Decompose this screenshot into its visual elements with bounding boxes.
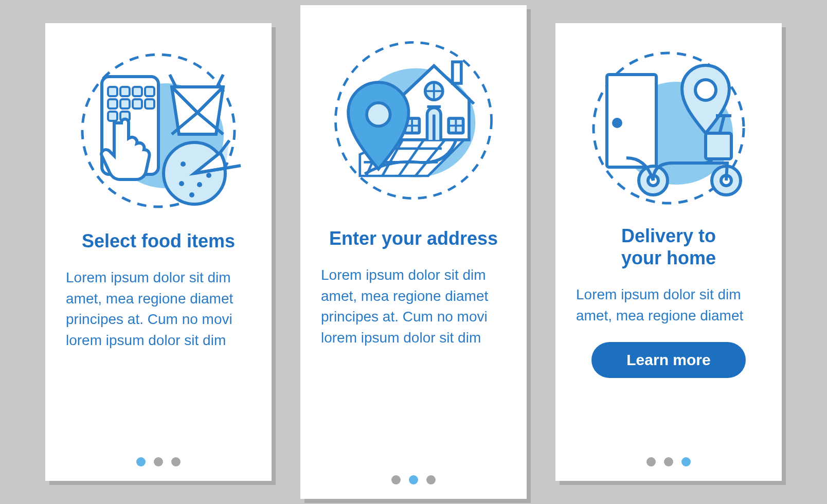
svg-rect-4 [120, 87, 130, 96]
takeout-box-icon [170, 75, 223, 134]
card-description: Lorem ipsum dolor sit dim amet, mea regi… [66, 267, 251, 351]
onboarding-card-enter-address: Enter your address Lorem ipsum dolor sit… [300, 5, 527, 499]
delivery-home-illustration [576, 46, 761, 210]
svg-point-31 [695, 80, 716, 100]
door-icon [607, 75, 656, 167]
card-title: Select food items [82, 230, 235, 252]
page-dot-3[interactable] [171, 457, 181, 466]
page-dot-1[interactable] [136, 457, 146, 466]
learn-more-button[interactable]: Learn more [591, 342, 746, 378]
onboarding-card-delivery-home: Delivery to your home Lorem ipsum dolor … [555, 23, 782, 481]
svg-point-17 [179, 181, 184, 186]
page-dot-1[interactable] [646, 457, 656, 466]
svg-point-19 [189, 192, 194, 197]
svg-rect-5 [133, 87, 142, 96]
svg-rect-36 [706, 133, 731, 159]
svg-point-15 [181, 161, 186, 167]
svg-rect-11 [108, 112, 117, 121]
svg-rect-6 [145, 87, 154, 96]
pizza-icon [164, 140, 241, 204]
svg-rect-3 [108, 87, 117, 96]
page-indicator [555, 457, 782, 466]
page-dot-2[interactable] [664, 457, 673, 466]
page-dot-1[interactable] [391, 475, 401, 484]
svg-rect-9 [133, 99, 142, 109]
svg-point-18 [206, 173, 211, 178]
svg-point-16 [197, 182, 202, 187]
page-dot-2[interactable] [409, 475, 418, 484]
svg-rect-22 [453, 62, 461, 83]
page-indicator [300, 475, 527, 484]
card-title: Delivery to your home [621, 225, 716, 269]
page-dot-2[interactable] [154, 457, 163, 466]
page-dot-3[interactable] [426, 475, 436, 484]
svg-rect-8 [120, 99, 130, 109]
onboarding-card-select-food: Select food items Lorem ipsum dolor sit … [45, 23, 272, 481]
page-dot-3[interactable] [681, 457, 691, 466]
card-title: Enter your address [329, 227, 498, 249]
page-indicator [45, 457, 272, 466]
svg-rect-10 [145, 99, 154, 109]
svg-point-30 [614, 119, 621, 127]
enter-address-illustration [321, 28, 506, 213]
select-food-illustration [66, 46, 251, 215]
svg-rect-7 [108, 99, 117, 109]
svg-point-26 [367, 103, 390, 126]
card-description: Lorem ipsum dolor sit dim amet, mea regi… [321, 265, 506, 348]
card-description: Lorem ipsum dolor sit dim amet, mea regi… [576, 284, 761, 326]
